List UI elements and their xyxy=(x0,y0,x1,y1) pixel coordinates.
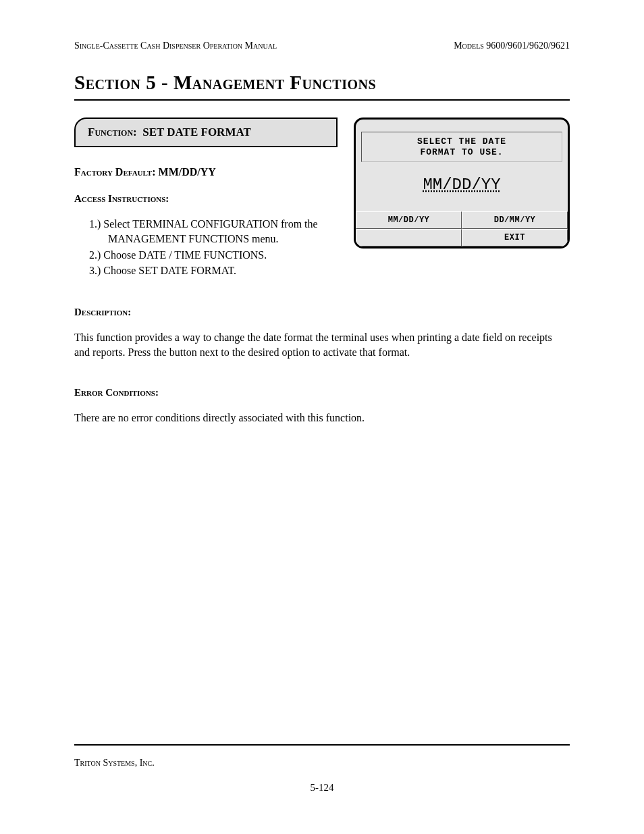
section-title: Section 5 - Management Functions xyxy=(74,72,570,94)
instruction-item-1: 1.) Select TERMINAL CONFIGURATION from t… xyxy=(89,217,358,247)
description-label: Description: xyxy=(74,307,570,318)
terminal-buttons-row-1: MM/DD/YY DD/MM/YY xyxy=(356,211,568,229)
factory-default-label: Factory Default: xyxy=(74,166,156,178)
factory-default-value: MM/DD/YY xyxy=(159,166,216,178)
terminal-button-mmddyy[interactable]: MM/DD/YY xyxy=(356,211,462,229)
page-header: Single-Cassette Cash Dispenser Operation… xyxy=(74,41,570,51)
terminal-button-ddmmyy[interactable]: DD/MM/YY xyxy=(462,211,568,229)
page-footer: Triton Systems, Inc. 5-124 xyxy=(74,744,570,793)
footer-company: Triton Systems, Inc. xyxy=(74,758,570,768)
function-name: SET DATE FORMAT xyxy=(142,126,251,138)
factory-default: Factory Default: MM/DD/YY xyxy=(74,166,358,178)
function-tab: Function: SET DATE FORMAT xyxy=(74,118,338,147)
access-instructions-label: Access Instructions: xyxy=(74,193,358,205)
error-conditions-label: Error Conditions: xyxy=(74,387,570,398)
instruction-item-3: 3.) Choose SET DATE FORMAT. xyxy=(89,263,358,278)
header-right: Models 9600/9601/9620/9621 xyxy=(454,41,570,51)
terminal-prompt: SELECT THE DATE FORMAT TO USE. xyxy=(361,132,562,162)
terminal-screenshot: SELECT THE DATE FORMAT TO USE. MM/DD/YY … xyxy=(354,118,570,249)
header-left: Single-Cassette Cash Dispenser Operation… xyxy=(74,41,277,51)
left-column: Function: SET DATE FORMAT Factory Defaul… xyxy=(74,118,358,280)
terminal-header-area: SELECT THE DATE FORMAT TO USE. MM/DD/YY xyxy=(356,120,568,211)
terminal-current-format: MM/DD/YY xyxy=(361,162,562,206)
function-label: Function: xyxy=(88,126,137,138)
terminal-buttons-row-2: EXIT xyxy=(356,229,568,246)
error-conditions-text: There are no error conditions directly a… xyxy=(74,411,570,425)
terminal-button-exit[interactable]: EXIT xyxy=(462,229,568,246)
page-number: 5-124 xyxy=(74,782,570,793)
instruction-list: 1.) Select TERMINAL CONFIGURATION from t… xyxy=(74,217,358,279)
title-rule xyxy=(74,99,570,101)
function-tab-text: Function: SET DATE FORMAT xyxy=(88,126,251,138)
instruction-item-2: 2.) Choose DATE / TIME FUNCTIONS. xyxy=(89,248,358,263)
content-row: Function: SET DATE FORMAT Factory Defaul… xyxy=(74,118,570,280)
footer-rule xyxy=(74,744,570,746)
terminal-prompt-line2: FORMAT TO USE. xyxy=(420,147,503,157)
terminal-button-blank xyxy=(356,229,462,246)
terminal-prompt-line1: SELECT THE DATE xyxy=(417,136,506,147)
description-text: This function provides a way to change t… xyxy=(74,330,570,361)
